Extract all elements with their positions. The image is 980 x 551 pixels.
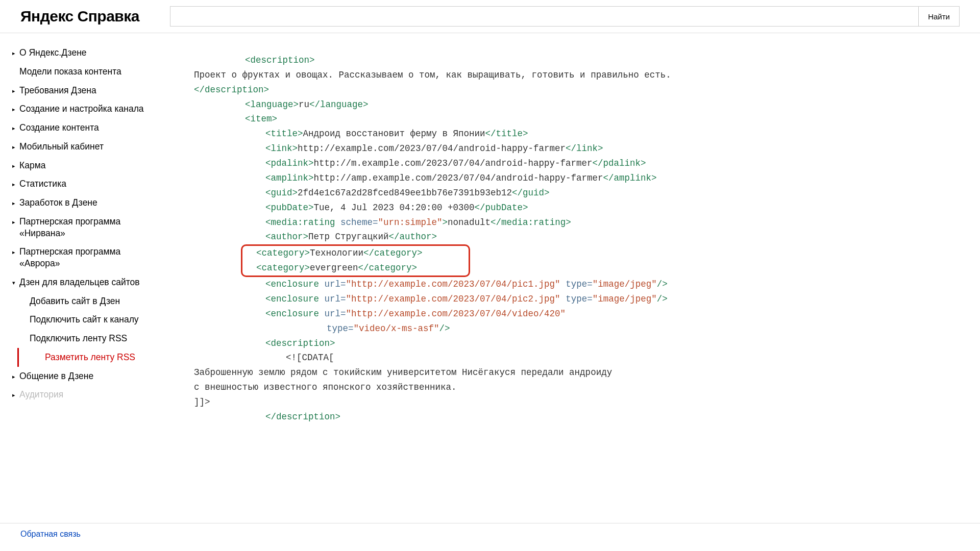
nav-site-owners[interactable]: ▾Дзен для владельцев сайтов <box>10 273 174 292</box>
xml-text: evergreen <box>310 263 358 273</box>
xml-tag: </category> <box>358 263 418 273</box>
xml-tag: </pdalink> <box>593 158 646 168</box>
xml-tag: </title> <box>485 129 528 139</box>
xml-text: Tue, 4 Jul 2023 04:20:00 +0300 <box>314 203 475 213</box>
xml-str: "http://example.com/2023/07/04/pic2.jpg" <box>346 294 560 304</box>
xml-attr: scheme= <box>340 217 378 228</box>
xml-attr: url= <box>325 294 346 304</box>
nav-aurora[interactable]: ▸Партнерская программа «Аврора» <box>10 242 174 273</box>
xml-tag: /> <box>657 279 668 289</box>
xml-tag: <guid> <box>265 188 298 198</box>
xml-text: Петр Стругацкий <box>308 232 389 242</box>
nav-nirvana[interactable]: ▸Партнерская программа «Нирвана» <box>10 212 174 243</box>
xml-text: ]]> <box>194 397 210 407</box>
logo[interactable]: Яндекс Справка <box>20 8 139 25</box>
search-input[interactable] <box>170 6 919 27</box>
chevron-right-icon: ▸ <box>12 218 19 226</box>
xml-tag: </link> <box>566 143 603 154</box>
xml-str: "http://example.com/2023/07/04/video/420… <box>346 309 566 319</box>
sidebar-nav: ▸О Яндекс.Дзене Модели показа контента ▸… <box>0 33 174 523</box>
xml-tag: <pdalink> <box>265 158 314 168</box>
chevron-right-icon: ▸ <box>12 199 19 207</box>
xml-tag: <description> <box>265 338 335 348</box>
xml-text: http://example.com/2023/07/04/android-ha… <box>298 143 566 154</box>
nav-karma[interactable]: ▸Карма <box>10 156 174 175</box>
nav-label: Аудитория <box>19 389 174 400</box>
nav-communication[interactable]: ▸Общение в Дзене <box>10 367 174 386</box>
xml-tag: /> <box>439 323 450 334</box>
xml-str: "image/jpeg" <box>593 294 657 304</box>
xml-text: http://amp.example.com/2023/07/04/androi… <box>314 173 603 183</box>
chevron-right-icon: ▸ <box>12 106 19 113</box>
nav-label: Разметить ленту RSS <box>45 352 174 363</box>
xml-tag: <title> <box>265 129 303 139</box>
nav-audience[interactable]: ▸Аудитория <box>10 385 174 404</box>
xml-text: Андроид восстановит ферму в Японии <box>303 129 485 139</box>
chevron-right-icon: ▸ <box>12 181 19 188</box>
nav-label: Модели показа контента <box>19 66 174 78</box>
xml-str: "urn:simple" <box>378 217 443 228</box>
xml-text: Заброшенную землю рядом с токийским унив… <box>194 367 612 378</box>
nav-markup-rss[interactable]: Разметить ленту RSS <box>17 348 174 367</box>
xml-text: ru <box>299 99 309 110</box>
nav-create-content[interactable]: ▸Создание контента <box>10 118 174 137</box>
xml-text: 2fd4e1c67a2d28fced849ee1bb76e7391b93eb12 <box>298 188 512 198</box>
nav-label: Карма <box>19 160 174 171</box>
search-button[interactable]: Найти <box>919 6 960 27</box>
chevron-right-icon: ▸ <box>12 373 19 380</box>
nav-label: Дзен для владельцев сайтов <box>19 277 174 288</box>
xml-tag: <enclosure <box>265 309 325 319</box>
code-block: <description> Проект о фруктах и овощах.… <box>194 38 960 424</box>
xml-str: "http://example.com/2023/07/04/pic1.jpg" <box>346 279 560 289</box>
xml-tag: </media:rating> <box>491 217 571 228</box>
xml-str: "video/x-ms-asf" <box>354 323 439 334</box>
xml-tag: <media:rating <box>265 217 340 228</box>
xml-tag: </description> <box>265 412 340 422</box>
nav-label: Требования Дзена <box>19 85 174 96</box>
xml-text: <![CDATA[ <box>286 353 334 363</box>
xml-text: nonadult <box>448 217 491 228</box>
chevron-right-icon: ▸ <box>12 162 19 169</box>
xml-tag: <enclosure <box>265 279 325 289</box>
xml-tag: </description> <box>194 85 269 95</box>
nav-create-channel[interactable]: ▸Создание и настройка канала <box>10 99 174 118</box>
search-form: Найти <box>170 6 960 27</box>
xml-tag: <language> <box>245 99 299 110</box>
nav-label: Подключить сайт к каналу <box>30 314 174 325</box>
xml-tag: </category> <box>363 248 423 258</box>
nav-connect-channel[interactable]: Подключить сайт к каналу <box>28 310 174 329</box>
nav-label: О Яндекс.Дзене <box>19 47 174 59</box>
xml-tag: > <box>443 217 448 228</box>
xml-text: http://m.example.com/2023/07/04/android-… <box>314 158 593 168</box>
xml-tag: </amplink> <box>603 173 657 183</box>
nav-label: Партнерская программа «Нирвана» <box>19 216 174 239</box>
xml-tag: <category> <box>256 248 310 258</box>
chevron-down-icon: ▾ <box>12 279 19 286</box>
page-header: Яндекс Справка Найти <box>0 0 980 33</box>
xml-attr: type= <box>327 323 354 334</box>
chevron-right-icon: ▸ <box>12 87 19 94</box>
nav-connect-rss[interactable]: Подключить ленту RSS <box>28 329 174 348</box>
xml-tag: <author> <box>265 232 308 242</box>
nav-mobile[interactable]: ▸Мобильный кабинет <box>10 137 174 156</box>
xml-text: Проект о фруктах и овощах. Рассказываем … <box>194 70 671 80</box>
nav-label: Партнерская программа «Аврора» <box>19 246 174 269</box>
nav-models[interactable]: Модели показа контента <box>10 62 174 81</box>
nav-label: Заработок в Дзене <box>19 197 174 209</box>
nav-about[interactable]: ▸О Яндекс.Дзене <box>10 43 174 62</box>
chevron-right-icon: ▸ <box>12 391 19 398</box>
nav-add-site[interactable]: Добавить сайт в Дзен <box>28 292 174 311</box>
nav-stats[interactable]: ▸Статистика <box>10 174 174 193</box>
xml-str: "image/jpeg" <box>593 279 657 289</box>
xml-tag: <category> <box>256 263 310 273</box>
chevron-right-icon: ▸ <box>12 248 19 256</box>
xml-attr: url= <box>325 309 346 319</box>
feedback-link[interactable]: Обратная связь <box>20 530 81 538</box>
xml-tag: <amplink> <box>265 173 314 183</box>
xml-attr: url= <box>325 279 346 289</box>
chevron-right-icon: ▸ <box>12 143 19 151</box>
nav-requirements[interactable]: ▸Требования Дзена <box>10 81 174 100</box>
nav-earn[interactable]: ▸Заработок в Дзене <box>10 193 174 212</box>
xml-tag: </language> <box>309 99 369 110</box>
xml-tag: /> <box>657 294 668 304</box>
